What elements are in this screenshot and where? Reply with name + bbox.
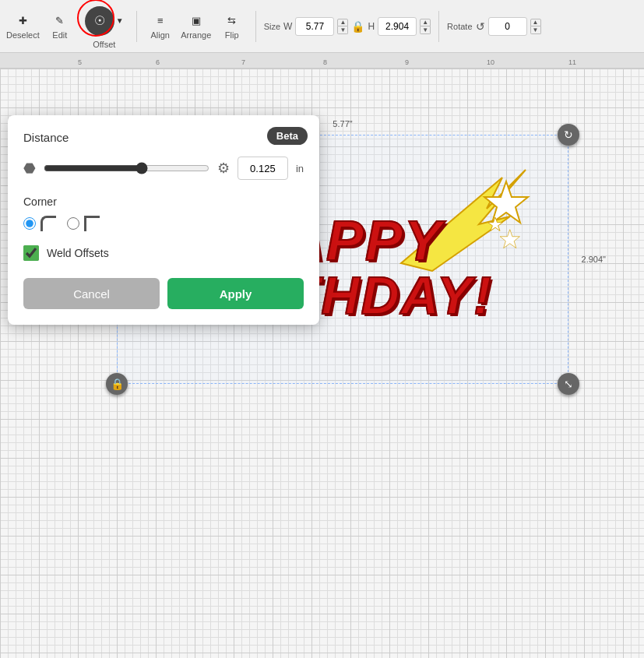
- edit-button[interactable]: ✎: [51, 12, 69, 29]
- offset-icon: ☉: [94, 13, 105, 28]
- ruler-mark-8: 8: [323, 58, 327, 66]
- weld-row: Weld Offsets: [23, 245, 304, 261]
- rotate-down[interactable]: ▼: [530, 26, 541, 34]
- toolbar-group-deselect: ✚ Deselect: [6, 12, 40, 40]
- corner-radio-rounded-input[interactable]: [23, 217, 36, 230]
- corner-label: Corner: [23, 195, 304, 208]
- width-down[interactable]: ▼: [337, 26, 348, 34]
- handle-bottom-right[interactable]: ⤡: [558, 373, 579, 395]
- width-label: W: [283, 21, 292, 32]
- corner-options: [23, 216, 304, 231]
- weld-label: Weld Offsets: [47, 247, 109, 259]
- flip-button[interactable]: ⇆: [223, 12, 241, 29]
- slider-max-icon: ⚙: [217, 160, 230, 177]
- arrange-icon: ▣: [192, 15, 201, 26]
- height-input[interactable]: [378, 17, 417, 36]
- edit-icon: ✎: [55, 15, 64, 26]
- rotate-spinner[interactable]: ▲ ▼: [530, 19, 541, 34]
- corner-rounded-icon: [40, 216, 56, 231]
- rotate-input[interactable]: [488, 17, 527, 36]
- toolbar-rotate-group: Rotate ↺ ▲ ▼: [447, 17, 540, 36]
- height-spinner[interactable]: ▲ ▼: [420, 19, 431, 34]
- ruler-top: 5 6 7 8 9 10 11: [0, 53, 644, 69]
- deselect-label: Deselect: [6, 30, 40, 40]
- align-icon: ≡: [157, 15, 164, 26]
- handle-top-right[interactable]: ↻: [558, 124, 579, 146]
- size-label: Size: [264, 22, 280, 31]
- toolbar-group-flip: ⇆ Flip: [216, 12, 248, 40]
- corner-section: Corner: [23, 195, 304, 231]
- corner-radio-sharp-input[interactable]: [67, 217, 79, 230]
- toolbar-sep-1: [136, 11, 137, 42]
- lock-icon: 🔒: [351, 20, 364, 33]
- width-spinner[interactable]: ▲ ▼: [337, 19, 348, 34]
- corner-sharp-icon: [84, 216, 100, 231]
- height-up[interactable]: ▲: [420, 19, 431, 26]
- toolbar-sep-2: [255, 11, 256, 42]
- ruler-mark-7: 7: [241, 58, 245, 66]
- deselect-icon: ✚: [19, 15, 27, 26]
- toolbar-sep-3: [438, 11, 439, 42]
- ruler-mark-9: 9: [405, 58, 409, 66]
- slider-min-icon: ⬣: [23, 160, 36, 177]
- distance-unit: in: [296, 163, 304, 174]
- corner-radio-sharp[interactable]: [67, 216, 100, 231]
- rotate-label: Rotate: [447, 22, 472, 31]
- offset-button[interactable]: ☉ ▼: [80, 4, 128, 38]
- panel-buttons: Cancel Apply: [23, 278, 304, 309]
- main-area: 5 6 7 8 9 10 11 5.77" 2.904": [0, 53, 644, 658]
- edit-label: Edit: [52, 30, 67, 40]
- arrange-label: Arrange: [181, 30, 211, 40]
- width-input[interactable]: [295, 17, 334, 36]
- weld-checkbox[interactable]: [23, 245, 39, 261]
- toolbar-group-arrange: ▣ Arrange: [181, 12, 212, 40]
- flip-icon: ⇆: [227, 15, 236, 26]
- beta-badge: Beta: [267, 127, 308, 145]
- rotate-up[interactable]: ▲: [530, 19, 541, 26]
- slider-container[interactable]: [44, 160, 209, 176]
- toolbar-group-edit: ✎ Edit: [44, 12, 76, 40]
- toolbar-group-align: ≡ Align: [145, 12, 176, 40]
- width-up[interactable]: ▲: [337, 19, 348, 26]
- align-button[interactable]: ≡: [153, 12, 168, 29]
- ruler-mark-5: 5: [78, 58, 82, 66]
- toolbar-group-offset: ☉ ▼ Offset: [80, 4, 128, 49]
- distance-section-title: Distance: [23, 131, 304, 144]
- height-down[interactable]: ▼: [420, 26, 431, 34]
- distance-row: ⬣ ⚙ in: [23, 157, 304, 180]
- offset-icon-circle: ☉: [85, 6, 114, 36]
- height-label: H: [368, 21, 375, 32]
- ruler-mark-10: 10: [487, 58, 494, 66]
- rotate-icon: ↺: [476, 20, 485, 33]
- design-width-label: 5.77": [333, 119, 352, 128]
- cancel-button[interactable]: Cancel: [23, 278, 160, 309]
- corner-radio-rounded[interactable]: [23, 216, 56, 231]
- svg-marker-3: [500, 230, 519, 248]
- offset-label: Offset: [93, 40, 115, 49]
- toolbar: ✚ Deselect ✎ Edit ☉ ▼ Offset ≡ Align ▣ A…: [0, 0, 644, 53]
- design-height-label: 2.904": [582, 255, 606, 264]
- offset-panel: Beta Distance ⬣ ⚙ in Corner: [8, 115, 319, 325]
- toolbar-size-group: Size W ▲ ▼ 🔒 H ▲ ▼: [264, 17, 431, 36]
- offset-dropdown-arrow: ▼: [116, 16, 124, 25]
- flip-label: Flip: [225, 30, 239, 40]
- apply-button[interactable]: Apply: [167, 278, 304, 309]
- distance-input[interactable]: [238, 157, 288, 180]
- ruler-mark-6: 6: [156, 58, 160, 66]
- deselect-button[interactable]: ✚: [14, 12, 32, 29]
- distance-slider[interactable]: [44, 162, 209, 174]
- ruler-mark-11: 11: [568, 58, 576, 66]
- handle-bottom-left[interactable]: 🔒: [106, 373, 128, 395]
- arrange-button[interactable]: ▣: [187, 12, 206, 29]
- align-label: Align: [150, 30, 169, 40]
